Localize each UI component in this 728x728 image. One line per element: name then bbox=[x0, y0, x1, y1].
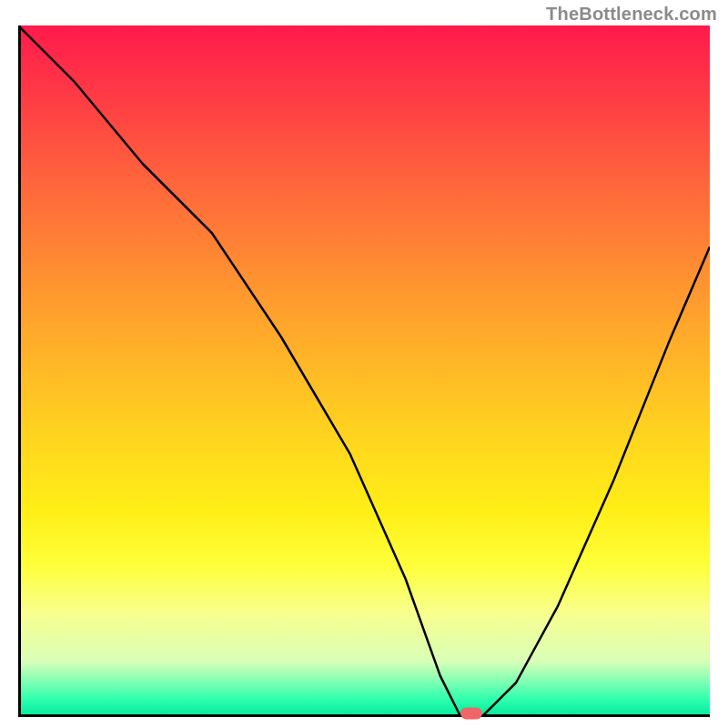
watermark-text: TheBottleneck.com bbox=[546, 4, 717, 25]
plot-area bbox=[18, 25, 710, 717]
optimal-marker bbox=[460, 708, 482, 720]
chart-frame bbox=[18, 25, 710, 717]
bottleneck-curve bbox=[18, 25, 710, 717]
